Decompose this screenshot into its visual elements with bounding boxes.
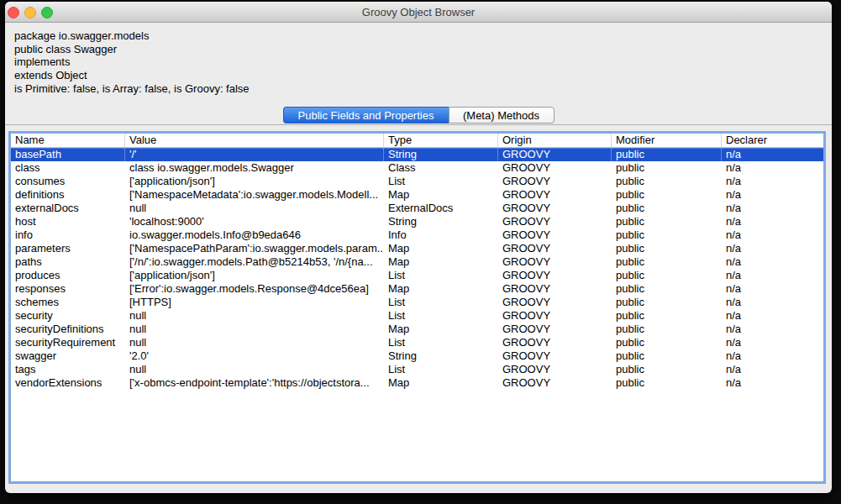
cell-origin: GROOVY: [497, 336, 611, 349]
cell-declarer: n/a: [721, 175, 823, 188]
cell-name: securityRequirement: [11, 336, 124, 349]
cell-type: List: [383, 336, 497, 349]
cell-origin: GROOVY: [497, 255, 611, 269]
minimize-button[interactable]: [24, 7, 36, 18]
cell-modifier: public: [611, 282, 721, 296]
cell-declarer: n/a: [721, 349, 823, 363]
cell-origin: GROOVY: [497, 376, 611, 390]
table-row[interactable]: vendorExtensions['x-obmcs-endpoint-templ…: [11, 376, 823, 390]
cell-value: io.swagger.models.Info@b9eda646: [124, 228, 383, 242]
column-header-value[interactable]: Value: [124, 134, 383, 147]
cell-type: String: [383, 215, 497, 228]
column-header-origin[interactable]: Origin: [497, 134, 611, 147]
cell-name: paths: [11, 255, 124, 269]
cell-origin: GROOVY: [497, 161, 611, 175]
cell-value: null: [124, 323, 383, 336]
table-row[interactable]: securityDefinitionsnullMapGROOVYpublicn/…: [11, 323, 823, 336]
cell-value: null: [124, 363, 383, 376]
cell-type: String: [383, 148, 497, 161]
cell-origin: GROOVY: [497, 323, 611, 336]
window-content: package io.swagger.models public class S…: [5, 23, 832, 493]
cell-value: ['/n/':io.swagger.models.Path@b5214b53, …: [124, 255, 383, 269]
cell-declarer: n/a: [721, 336, 823, 349]
cell-name: host: [11, 215, 124, 228]
cell-type: ExternalDocs: [383, 202, 497, 215]
cell-name: responses: [11, 282, 124, 296]
cell-type: List: [383, 175, 497, 188]
tab-public-fields-and-properties[interactable]: Public Fields and Properties: [283, 107, 449, 123]
cell-modifier: public: [611, 202, 721, 215]
table-row[interactable]: paths['/n/':io.swagger.models.Path@b5214…: [11, 255, 823, 269]
cell-origin: GROOVY: [497, 296, 611, 309]
cell-value: ['NamespacePathParam':io.swagger.models.…: [124, 242, 383, 255]
cell-value: '/': [124, 148, 383, 161]
cell-name: parameters: [11, 242, 124, 255]
cell-modifier: public: [611, 296, 721, 309]
cell-origin: GROOVY: [497, 228, 611, 242]
cell-value: ['application/json']: [124, 269, 383, 282]
column-header-declarer[interactable]: Declarer: [721, 134, 823, 147]
column-header-type[interactable]: Type: [383, 134, 497, 147]
cell-origin: GROOVY: [497, 188, 611, 202]
cell-declarer: n/a: [721, 242, 823, 255]
table-row[interactable]: securityRequirementnullListGROOVYpublicn…: [11, 336, 823, 349]
cell-value: ['application/json']: [124, 175, 383, 188]
cell-name: definitions: [11, 188, 124, 202]
table-row[interactable]: tagsnullListGROOVYpublicn/a: [11, 363, 823, 376]
cell-name: externalDocs: [11, 202, 124, 215]
table-row[interactable]: externalDocsnullExternalDocsGROOVYpublic…: [11, 202, 823, 215]
table-row[interactable]: infoio.swagger.models.Info@b9eda646InfoG…: [11, 228, 823, 242]
table-row[interactable]: definitions['NamespaceMetadata':io.swagg…: [11, 188, 823, 202]
tab-meta-methods[interactable]: (Meta) Methods: [449, 107, 555, 123]
cell-name: swagger: [11, 349, 124, 363]
cell-modifier: public: [611, 148, 721, 161]
cell-modifier: public: [611, 242, 721, 255]
table-row[interactable]: responses['Error':io.swagger.models.Resp…: [11, 282, 823, 296]
cell-declarer: n/a: [721, 215, 823, 228]
table-row[interactable]: swagger'2.0'StringGROOVYpublicn/a: [11, 349, 823, 363]
close-button[interactable]: [8, 7, 19, 18]
cell-modifier: public: [611, 363, 721, 376]
groovy-object-browser-window: Groovy Object Browser package io.swagger…: [5, 2, 832, 493]
cell-type: Info: [383, 228, 497, 242]
cell-declarer: n/a: [721, 202, 823, 215]
cell-origin: GROOVY: [497, 148, 611, 161]
cell-modifier: public: [611, 228, 721, 242]
window-title: Groovy Object Browser: [362, 6, 475, 18]
cell-name: consumes: [11, 175, 124, 188]
table-row[interactable]: host'localhost:9000'StringGROOVYpublicn/…: [11, 215, 823, 228]
column-header-modifier[interactable]: Modifier: [611, 134, 721, 147]
cell-declarer: n/a: [721, 161, 823, 175]
cell-value: ['x-obmcs-endpoint-template':'https://ob…: [124, 376, 383, 390]
column-header-name[interactable]: Name: [11, 134, 124, 147]
table-row[interactable]: parameters['NamespacePathParam':io.swagg…: [11, 242, 823, 255]
cell-modifier: public: [611, 323, 721, 336]
cell-declarer: n/a: [721, 228, 823, 242]
cell-origin: GROOVY: [497, 215, 611, 228]
table-row[interactable]: produces['application/json']ListGROOVYpu…: [11, 269, 823, 282]
cell-origin: GROOVY: [497, 269, 611, 282]
table-row[interactable]: schemes[HTTPS]ListGROOVYpublicn/a: [11, 296, 823, 309]
table-row[interactable]: classclass io.swagger.models.SwaggerClas…: [11, 161, 823, 175]
class-info-flags: is Primitive: false, is Array: false, is…: [14, 82, 832, 96]
cell-name: info: [11, 228, 124, 242]
titlebar[interactable]: Groovy Object Browser: [5, 2, 832, 23]
cell-name: class: [11, 161, 124, 175]
cell-declarer: n/a: [721, 148, 823, 161]
tab-divider-line: [5, 124, 832, 125]
cell-name: produces: [11, 269, 124, 282]
cell-type: Map: [383, 188, 497, 202]
cell-declarer: n/a: [721, 282, 823, 296]
table-row[interactable]: consumes['application/json']ListGROOVYpu…: [11, 175, 823, 188]
cell-origin: GROOVY: [497, 282, 611, 296]
cell-declarer: n/a: [721, 309, 823, 323]
class-info-implements: implements: [14, 55, 832, 69]
table-row[interactable]: basePath'/'StringGROOVYpublicn/a: [11, 148, 823, 161]
cell-modifier: public: [611, 175, 721, 188]
cell-type: Class: [383, 161, 497, 175]
cell-modifier: public: [611, 255, 721, 269]
table-body: basePath'/'StringGROOVYpublicn/aclasscla…: [11, 148, 823, 390]
table-row[interactable]: securitynullListGROOVYpublicn/a: [11, 309, 823, 323]
zoom-button[interactable]: [41, 7, 53, 18]
class-info-class: public class Swagger: [14, 43, 832, 56]
